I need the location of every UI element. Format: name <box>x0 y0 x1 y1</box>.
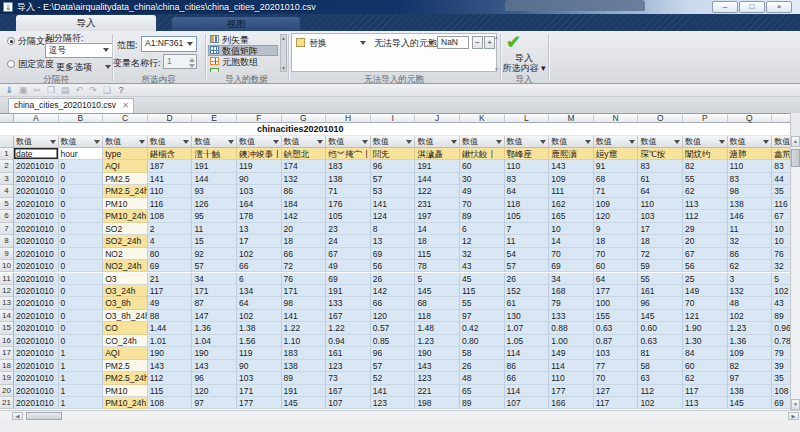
grid-cell-G9[interactable]: 66 <box>282 248 327 260</box>
grid-cell-P2[interactable]: 82 <box>683 160 728 172</box>
grid-cell-D7[interactable]: 2 <box>148 223 193 235</box>
column-type-dropdown-E[interactable]: 数值 <box>192 136 237 148</box>
grid-cell-D15[interactable]: 1.44 <box>148 322 193 334</box>
grid-cell-N7[interactable]: 9 <box>594 223 639 235</box>
grid-cell-L21[interactable]: 107 <box>505 397 550 409</box>
grid-cell-K13[interactable]: 55 <box>460 297 505 309</box>
grid-cell-L6[interactable]: 105 <box>505 210 550 222</box>
grid-cell-H18[interactable]: 123 <box>326 360 371 372</box>
grid-cell-H5[interactable]: 176 <box>326 198 371 210</box>
grid-cell-B4[interactable]: 0 <box>59 185 104 197</box>
row-number[interactable]: 7 <box>0 223 14 235</box>
grid-cell-A7[interactable]: 20201010 <box>14 223 59 235</box>
grid-cell-I7[interactable]: 8 <box>371 223 416 235</box>
grid-cell-Q8[interactable]: 32 <box>728 235 773 247</box>
grid-cell-M12[interactable]: 168 <box>549 285 594 297</box>
grid-cell-K1[interactable]: 鏉忕餃〡 <box>460 148 505 160</box>
grid-cell-Q12[interactable]: 132 <box>728 285 773 297</box>
help-icon[interactable]: ? <box>115 85 127 96</box>
grid-cell-L16[interactable]: 1.05 <box>505 335 550 347</box>
column-header-E[interactable]: E <box>192 113 237 123</box>
grid-cell-A16[interactable]: 20201010 <box>14 335 59 347</box>
grid-cell-F19[interactable]: 103 <box>237 372 282 384</box>
grid-cell-I11[interactable]: 26 <box>371 273 416 285</box>
grid-cell-O13[interactable]: 96 <box>638 297 683 309</box>
grid-cell-L17[interactable]: 114 <box>505 347 550 359</box>
minimize-button[interactable]: – <box>712 1 738 13</box>
grid-cell-A13[interactable]: 20201010 <box>14 297 59 309</box>
grid-cell-L19[interactable]: 66 <box>505 372 550 384</box>
column-header-F[interactable]: F <box>237 113 282 123</box>
grid-cell-D8[interactable]: 4 <box>148 235 193 247</box>
grid-cell-M3[interactable]: 109 <box>549 173 594 185</box>
row-number[interactable]: 17 <box>0 347 14 359</box>
grid-cell-G10[interactable]: 72 <box>282 260 327 272</box>
grid-cell-B12[interactable]: 0 <box>59 285 104 297</box>
grid-cell-O20[interactable]: 112 <box>638 385 683 397</box>
grid-cell-H19[interactable]: 73 <box>326 372 371 384</box>
import-check-icon[interactable]: ✔ <box>506 31 521 53</box>
grid-cell-F16[interactable]: 1.56 <box>237 335 282 347</box>
grid-cell-P17[interactable]: 84 <box>683 347 728 359</box>
grid-cell-R19[interactable]: 35 <box>772 372 790 384</box>
grid-cell-F8[interactable]: 17 <box>237 235 282 247</box>
grid-cell-E5[interactable]: 126 <box>192 198 237 210</box>
grid-cell-E12[interactable]: 171 <box>192 285 237 297</box>
grid-cell-C12[interactable]: O3_24h <box>103 285 148 297</box>
grid-cell-M17[interactable]: 149 <box>549 347 594 359</box>
grid-cell-G20[interactable]: 191 <box>282 385 327 397</box>
grid-cell-Q20[interactable]: 138 <box>728 385 773 397</box>
grid-cell-K9[interactable]: 32 <box>460 248 505 260</box>
grid-cell-D16[interactable]: 1.01 <box>148 335 193 347</box>
grid-cell-H13[interactable]: 133 <box>326 297 371 309</box>
grid-cell-C9[interactable]: NO2 <box>103 248 148 260</box>
row-number[interactable]: 20 <box>0 385 14 397</box>
grid-cell-J16[interactable]: 1.23 <box>415 335 460 347</box>
grid-cell-J12[interactable]: 145 <box>415 285 460 297</box>
grid-cell-Q19[interactable]: 97 <box>728 372 773 384</box>
column-header-I[interactable]: I <box>371 113 416 123</box>
row-number[interactable]: 1 <box>0 148 14 160</box>
document-tab[interactable]: china_cities_20201010.csv ✕ <box>8 98 134 113</box>
grid-cell-H11[interactable]: 69 <box>326 273 371 285</box>
radio-fixed-width[interactable] <box>7 60 15 68</box>
grid-cell-C15[interactable]: CO <box>103 322 148 334</box>
grid-cell-N9[interactable]: 70 <box>594 248 639 260</box>
grid-cell-L13[interactable]: 61 <box>505 297 550 309</box>
tab-view[interactable]: 视图 <box>172 17 300 31</box>
grid-cell-M10[interactable]: 69 <box>549 260 594 272</box>
grid-cell-F13[interactable]: 64 <box>237 297 282 309</box>
grid-cell-A20[interactable]: 20201010 <box>14 385 59 397</box>
grid-cell-P20[interactable]: 117 <box>683 385 728 397</box>
grid-cell-R9[interactable]: 76 <box>772 248 790 260</box>
grid-cell-G14[interactable]: 141 <box>282 310 327 322</box>
row-number[interactable]: 11 <box>0 273 14 285</box>
grid-cell-F1[interactable]: 鐭冲竣事〡 <box>237 148 282 160</box>
row-number[interactable]: 13 <box>0 297 14 309</box>
grid-cell-A4[interactable]: 20201010 <box>14 185 59 197</box>
grid-cell-C5[interactable]: PM10 <box>103 198 148 210</box>
scroll-left-button[interactable]: ◀ <box>12 412 23 420</box>
grid-cell-Q7[interactable]: 11 <box>728 223 773 235</box>
grid-cell-J14[interactable]: 118 <box>415 310 460 322</box>
grid-cell-I4[interactable]: 53 <box>371 185 416 197</box>
grid-cell-F20[interactable]: 171 <box>237 385 282 397</box>
grid-cell-N16[interactable]: 0.87 <box>594 335 639 347</box>
grid-cell-O6[interactable]: 103 <box>638 210 683 222</box>
grid-cell-G12[interactable]: 171 <box>282 285 327 297</box>
grid-cell-B15[interactable]: 0 <box>59 322 104 334</box>
grid-cell-P16[interactable]: 1.30 <box>683 335 728 347</box>
grid-cell-J10[interactable]: 78 <box>415 260 460 272</box>
grid-cell-H20[interactable]: 167 <box>326 385 371 397</box>
scroll-up-button[interactable]: ▲ <box>791 136 800 147</box>
grid-cell-P11[interactable]: 25 <box>683 273 728 285</box>
grid-cell-Q5[interactable]: 138 <box>728 198 773 210</box>
grid-cell-M14[interactable]: 133 <box>549 310 594 322</box>
grid-cell-E21[interactable]: 97 <box>192 397 237 409</box>
grid-cell-K12[interactable]: 115 <box>460 285 505 297</box>
grid-cell-K11[interactable]: 45 <box>460 273 505 285</box>
grid-cell-O4[interactable]: 64 <box>638 185 683 197</box>
grid-cell-E1[interactable]: 澶╂触 <box>192 148 237 160</box>
grid-cell-D17[interactable]: 190 <box>148 347 193 359</box>
grid-cell-L1[interactable]: 鄂峰座 <box>505 148 550 160</box>
